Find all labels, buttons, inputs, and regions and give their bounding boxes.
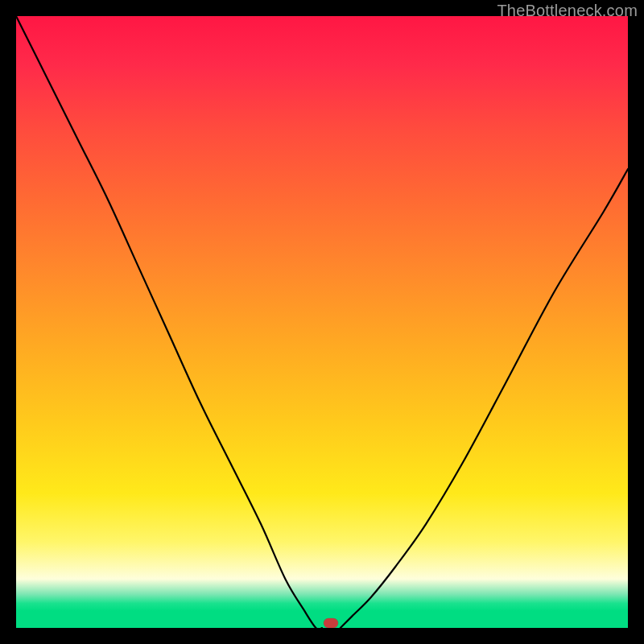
curve-left-segment: [16, 16, 322, 628]
watermark-text: TheBottleneck.com: [497, 2, 638, 20]
bottleneck-curve: [16, 16, 628, 628]
optimal-point-marker: [324, 618, 338, 628]
chart-frame: TheBottleneck.com: [0, 0, 644, 644]
plot-area: [16, 16, 628, 628]
curve-right-segment: [341, 169, 628, 628]
